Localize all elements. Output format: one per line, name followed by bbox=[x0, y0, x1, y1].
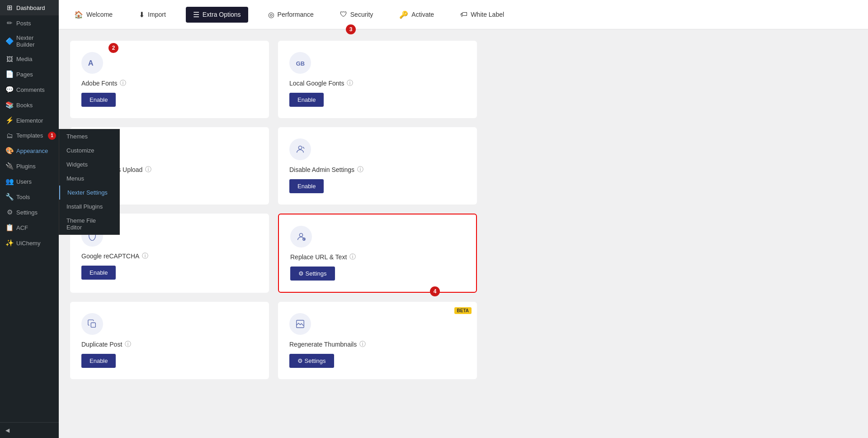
settings-button-regenerate-thumbnails[interactable]: ⚙ Settings bbox=[289, 354, 334, 368]
card-disable-admin-settings: Disable Admin Settings ⓘ Enable bbox=[278, 127, 477, 205]
info-icon-replace-url-text[interactable]: ⓘ bbox=[349, 253, 356, 261]
submenu-item-customize[interactable]: Customize bbox=[59, 143, 119, 157]
enable-button-duplicate-post[interactable]: Enable bbox=[81, 354, 116, 368]
sidebar-item-acf[interactable]: 📋 ACF bbox=[0, 220, 59, 235]
welcome-nav-icon: 🏠 bbox=[74, 10, 83, 19]
sidebar-item-appearance[interactable]: 🎨 Appearance bbox=[0, 143, 59, 158]
card-title-local-google-fonts: Local Google Fonts ⓘ bbox=[289, 79, 353, 87]
sidebar-item-settings[interactable]: ⚙ Settings bbox=[0, 205, 59, 220]
submenu-item-nexter-settings[interactable]: Nexter Settings bbox=[59, 186, 119, 200]
pages-icon: 📄 bbox=[5, 70, 14, 78]
enable-button-local-google-fonts[interactable]: Enable bbox=[289, 93, 324, 107]
top-navigation: 🏠 Welcome ⬇ Import ☰ Extra Options ◎ Per… bbox=[59, 0, 868, 29]
acf-icon: 📋 bbox=[5, 224, 14, 232]
sidebar-label-nexter-builder: Nexter Builder bbox=[16, 34, 53, 48]
info-icon-custom-fonts-upload[interactable]: ⓘ bbox=[145, 166, 151, 174]
info-icon-disable-admin-settings[interactable]: ⓘ bbox=[357, 166, 363, 174]
svg-text:A: A bbox=[88, 59, 94, 67]
card-icon-adobe-fonts: A bbox=[81, 52, 103, 74]
nav-badge-3: 3 bbox=[346, 24, 356, 34]
enable-button-adobe-fonts[interactable]: Enable bbox=[81, 93, 116, 107]
main-content: 🏠 Welcome ⬇ Import ☰ Extra Options ◎ Per… bbox=[59, 0, 868, 438]
nav-item-import[interactable]: ⬇ Import bbox=[132, 7, 172, 23]
sidebar-label-dashboard: Dashboard bbox=[16, 5, 53, 11]
nav-label-import: Import bbox=[148, 11, 166, 18]
sidebar-label-media: Media bbox=[16, 56, 53, 62]
security-nav-icon: 🛡 bbox=[340, 10, 347, 19]
nav-item-security[interactable]: 🛡 Security bbox=[334, 7, 380, 22]
nav-item-activate[interactable]: 🔑 Activate bbox=[393, 7, 440, 23]
info-icon-duplicate-post[interactable]: ⓘ bbox=[125, 340, 131, 348]
submenu-item-install-plugins[interactable]: Install Plugins bbox=[59, 200, 119, 214]
nav-item-extra-options[interactable]: ☰ Extra Options bbox=[186, 7, 248, 23]
sidebar-label-posts: Posts bbox=[16, 20, 53, 27]
submenu-item-themes[interactable]: Themes bbox=[59, 129, 119, 143]
plugins-icon: 🔌 bbox=[5, 162, 14, 170]
nav-label-activate: Activate bbox=[411, 11, 434, 18]
sidebar-item-posts[interactable]: ✏ Posts bbox=[0, 15, 59, 31]
activate-nav-icon: 🔑 bbox=[399, 10, 408, 19]
info-icon-adobe-fonts[interactable]: ⓘ bbox=[120, 79, 126, 87]
submenu-item-theme-file-editor[interactable]: Theme File Editor bbox=[59, 214, 119, 234]
sidebar-item-comments[interactable]: 💬 Comments bbox=[0, 82, 59, 97]
nexter-builder-icon: 🔷 bbox=[5, 37, 14, 45]
nav-item-performance[interactable]: ◎ Performance bbox=[262, 7, 320, 23]
enable-button-google-recaptcha[interactable]: Enable bbox=[81, 266, 116, 280]
svg-line-6 bbox=[303, 147, 305, 149]
card-title-duplicate-post: Duplicate Post ⓘ bbox=[81, 340, 131, 348]
nav-label-security: Security bbox=[350, 11, 373, 18]
submenu-badge-2: 2 bbox=[108, 43, 118, 53]
card-local-google-fonts: GB Local Google Fonts ⓘ Enable bbox=[278, 41, 477, 118]
info-icon-google-recaptcha[interactable]: ⓘ bbox=[142, 252, 148, 260]
uichemy-icon: ✨ bbox=[5, 239, 14, 247]
info-icon-regenerate-thumbnails[interactable]: ⓘ bbox=[359, 340, 366, 348]
sidebar-item-pages[interactable]: 📄 Pages bbox=[0, 67, 59, 82]
beta-badge-regenerate-thumbnails: BETA bbox=[454, 307, 472, 314]
sidebar-item-books[interactable]: 📚 Books bbox=[0, 97, 59, 113]
enable-button-disable-admin-settings[interactable]: Enable bbox=[289, 179, 324, 193]
card-title-text-google-recaptcha: Google reCAPTCHA bbox=[81, 252, 139, 260]
nav-label-performance: Performance bbox=[278, 11, 314, 18]
sidebar-label-comments: Comments bbox=[16, 86, 53, 93]
dashboard-icon: ⊞ bbox=[5, 4, 14, 12]
sidebar-item-plugins[interactable]: 🔌 Plugins bbox=[0, 158, 59, 174]
books-icon: 📚 bbox=[5, 101, 14, 109]
sidebar: ⊞ Dashboard ✏ Posts 🔷 Nexter Builder 🖼 M… bbox=[0, 0, 59, 438]
badge-templates: 1 bbox=[48, 132, 56, 140]
submenu-item-widgets[interactable]: Widgets bbox=[59, 157, 119, 171]
submenu-item-menus[interactable]: Menus bbox=[59, 171, 119, 186]
sidebar-item-nexter-builder[interactable]: 🔷 Nexter Builder bbox=[0, 31, 59, 52]
sidebar-item-tools[interactable]: 🔧 Tools bbox=[0, 189, 59, 205]
sidebar-label-plugins: Plugins bbox=[16, 163, 53, 170]
card-title-regenerate-thumbnails: Regenerate Thumbnails ⓘ bbox=[289, 340, 366, 348]
nav-label-welcome: Welcome bbox=[86, 11, 113, 18]
sidebar-label-acf: ACF bbox=[16, 224, 53, 231]
card-regenerate-thumbnails: BETA Regenerate Thumbnails ⓘ ⚙ Settings bbox=[278, 302, 477, 379]
card-replace-url-text: Replace URL & Text ⓘ ⚙ Settings 4 bbox=[278, 214, 477, 293]
nav-item-white-label[interactable]: 🏷 White Label bbox=[454, 7, 510, 22]
card-title-text-adobe-fonts: Adobe Fonts bbox=[81, 80, 117, 87]
card-icon-disable-admin-settings bbox=[289, 138, 311, 160]
card-title-replace-url-text: Replace URL & Text ⓘ bbox=[290, 253, 356, 261]
nav-label-white-label: White Label bbox=[471, 11, 504, 18]
settings-button-replace-url-text[interactable]: ⚙ Settings bbox=[290, 267, 335, 281]
sidebar-item-users[interactable]: 👥 Users bbox=[0, 174, 59, 189]
sidebar-label-books: Books bbox=[16, 102, 53, 109]
sidebar-item-media[interactable]: 🖼 Media bbox=[0, 52, 59, 67]
info-icon-local-google-fonts[interactable]: ⓘ bbox=[347, 79, 353, 87]
nav-item-welcome[interactable]: 🏠 Welcome bbox=[68, 7, 119, 23]
sidebar-item-elementor[interactable]: ⚡ Elementor bbox=[0, 113, 59, 128]
templates-icon: 🗂 bbox=[5, 132, 14, 139]
sidebar-item-dashboard[interactable]: ⊞ Dashboard bbox=[0, 0, 59, 15]
collapse-menu-button[interactable]: ◀ bbox=[0, 422, 59, 438]
comments-icon: 💬 bbox=[5, 86, 14, 94]
sidebar-label-tools: Tools bbox=[16, 194, 53, 200]
sidebar-item-templates[interactable]: 🗂 Templates 1 bbox=[0, 128, 59, 143]
card-icon-replace-url-text bbox=[290, 226, 312, 248]
collapse-icon: ◀ bbox=[5, 427, 9, 433]
users-icon: 👥 bbox=[5, 177, 14, 186]
svg-point-5 bbox=[298, 146, 302, 149]
card-icon-duplicate-post bbox=[81, 313, 103, 335]
sidebar-item-uichemy[interactable]: ✨ UiChemy bbox=[0, 235, 59, 251]
appearance-submenu: ThemesCustomizeWidgetsMenusNexter Settin… bbox=[59, 129, 120, 235]
